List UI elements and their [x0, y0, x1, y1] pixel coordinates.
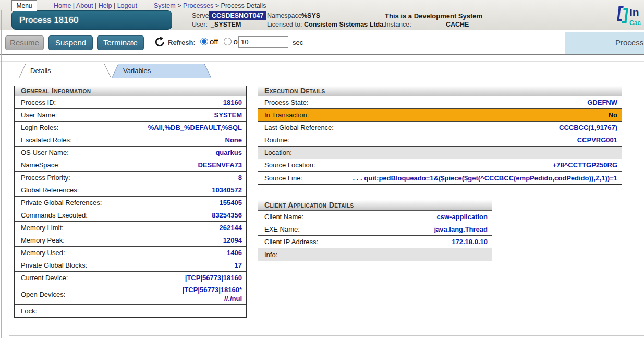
- bottom-divider: [9, 335, 644, 336]
- resume-button[interactable]: Resume: [5, 35, 44, 50]
- row-label: In Transaction:: [264, 111, 309, 119]
- intersystems-cache-logo: In Cac: [618, 3, 644, 28]
- tab-details-label: Details: [30, 67, 51, 75]
- table-row: Process ID:18160: [15, 96, 246, 109]
- refresh-label: Refresh:: [168, 39, 196, 46]
- row-value: 1406: [227, 248, 242, 257]
- refresh-off-radio[interactable]: [200, 38, 208, 45]
- row-value: +78^CCTTGP250RG: [553, 161, 617, 170]
- row-label: Current Device:: [21, 274, 68, 282]
- ribbon-divider: [0, 54, 644, 55]
- breadcrumb: System > Processes > Process Details: [154, 2, 266, 9]
- ribbon-page-name-text: Process Details: [615, 38, 644, 47]
- tab-variables[interactable]: Variables: [112, 63, 212, 78]
- user-label: User:: [192, 21, 208, 28]
- left-border: [1, 10, 2, 338]
- breadcrumb-processes[interactable]: Processes: [183, 2, 213, 9]
- table-row: Process State:GDEFNW: [258, 96, 622, 109]
- refresh-off-label[interactable]: off: [210, 37, 218, 46]
- tab-details[interactable]: Details: [19, 63, 112, 78]
- table-row: Routine:CCPVRG001: [258, 134, 622, 147]
- row-value: %All,%DB_%DEFAULT,%SQL: [148, 123, 242, 132]
- table-row: NameSpace:DESENVFA73: [15, 159, 246, 172]
- row-value: |TCP|56773|18160: [185, 273, 242, 282]
- row-value: 17: [235, 261, 242, 270]
- table-row: Memory Used:1406: [15, 247, 246, 259]
- table-row: In Transaction:No: [258, 109, 622, 122]
- row-value: DESENVFA73: [198, 161, 242, 170]
- row-value: . . . quit:pedBloqueado=1&($piece($get(^…: [353, 174, 617, 183]
- tab-variables-label: Variables: [123, 67, 151, 75]
- row-label: NameSpace:: [21, 161, 60, 169]
- row-value: 172.18.0.10: [452, 237, 488, 246]
- row-value: java.lang.Thread: [434, 225, 488, 234]
- tab-zone-divider: [0, 61, 644, 62]
- row-label: User Name:: [21, 111, 57, 119]
- row-label: Private Global References:: [21, 199, 102, 207]
- refresh-icon: [154, 37, 165, 47]
- row-label: Memory Limit:: [21, 224, 64, 232]
- help-link[interactable]: Help: [99, 2, 112, 9]
- row-value: _SYSTEM: [210, 111, 242, 119]
- row-label: Process ID:: [21, 99, 56, 106]
- top-nav: Home | About | Help | Logout: [54, 2, 137, 9]
- table-row: Client Name:csw-application: [258, 211, 492, 223]
- table-row: Lock:: [15, 305, 246, 317]
- table-row: EXE Name:java.lang.Thread: [258, 223, 492, 236]
- row-value: CCPVRG001: [577, 136, 617, 144]
- home-link[interactable]: Home: [54, 2, 71, 9]
- table-row: Location:: [258, 147, 622, 159]
- licensed-value: Consistem Sistemas Ltda.: [304, 21, 385, 28]
- refresh-toggle: off on: [200, 37, 242, 46]
- table-row: Memory Limit:262144: [15, 222, 246, 234]
- table-row: Commands Executed:83254356: [15, 209, 246, 222]
- terminate-button[interactable]: Terminate: [97, 35, 144, 50]
- menu-button[interactable]: Menu: [11, 0, 37, 11]
- table-row: Process Priority:8: [15, 172, 246, 184]
- client-application-details-table: Client Application Details Client Name:c…: [258, 200, 492, 261]
- row-label: Login Roles:: [21, 124, 58, 131]
- row-value: CCCBCC(1,91767): [559, 123, 617, 132]
- header-band: Home | About | Help | Logout System > Pr…: [0, 0, 644, 30]
- logo-bracket-icon: [622, 8, 628, 23]
- table-row: Source Location:+78^CCTTGP250RG: [258, 159, 622, 172]
- suspend-button[interactable]: Suspend: [48, 35, 93, 50]
- row-value: None: [225, 136, 242, 144]
- about-link[interactable]: About: [76, 2, 93, 9]
- row-label: Escalated Roles:: [21, 136, 72, 144]
- row-label: Global References:: [21, 186, 79, 194]
- row-label: Memory Peak:: [21, 236, 65, 244]
- table-row: User Name:_SYSTEM: [15, 109, 246, 122]
- namespace-label: Namespace:: [267, 12, 303, 19]
- table-row: Private Global Blocks:17: [15, 259, 246, 272]
- row-label: Last Global Reference:: [264, 124, 334, 131]
- row-label: Routine:: [264, 136, 289, 144]
- row-label: Commands Executed:: [21, 211, 88, 219]
- row-label: Private Global Blocks:: [21, 261, 87, 269]
- licensed-label: Licensed to:: [267, 21, 302, 28]
- refresh-interval-input[interactable]: [238, 36, 288, 48]
- instance-label: Instance:: [385, 21, 411, 28]
- table-row: Last Global Reference:CCCBCC(1,91767): [258, 122, 622, 134]
- row-value: 262144: [220, 223, 242, 232]
- row-label: Open Devices:: [21, 291, 65, 298]
- refresh-unit-label: sec: [293, 39, 303, 46]
- page-title: Process 18160: [11, 10, 172, 30]
- row-label: Process State:: [264, 99, 309, 106]
- row-label: OS User Name:: [21, 149, 69, 156]
- toolbar-ribbon: Resume Suspend Terminate Refresh: off on…: [0, 31, 644, 54]
- table-row: OS User Name:quarkus: [15, 147, 246, 159]
- refresh-on-radio[interactable]: [224, 38, 232, 45]
- row-label: Source Location:: [264, 161, 315, 169]
- logo-brand-text: In: [629, 6, 639, 19]
- row-value: 8: [238, 173, 242, 182]
- namespace-value: %SYS: [301, 12, 320, 19]
- logout-link[interactable]: Logout: [117, 2, 137, 9]
- client-application-details-title: Client Application Details: [258, 200, 492, 211]
- server-value-badge: CCSDESNOT047: [209, 11, 266, 20]
- breadcrumb-system[interactable]: System: [154, 2, 176, 9]
- logo-product-text: Cac: [629, 19, 641, 27]
- instance-value: CACHE: [446, 21, 469, 28]
- row-value: csw-application: [436, 212, 488, 221]
- general-information-table: General Information Process ID:18160User…: [14, 86, 247, 318]
